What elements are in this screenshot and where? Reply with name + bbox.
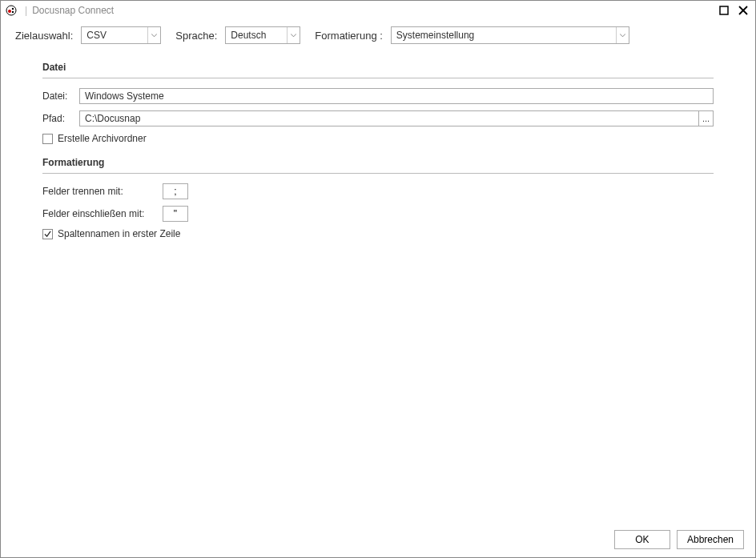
formatierung-combo[interactable]: Systemeinstellung — [391, 26, 629, 44]
sprache-label: Sprache: — [175, 30, 217, 42]
spaltennamen-checkbox[interactable] — [42, 229, 53, 239]
chevron-down-icon[interactable] — [147, 27, 160, 43]
formatierung-section: Formatierung Felder trennen mit: Felder … — [1, 149, 755, 239]
app-icon — [6, 5, 17, 16]
pfad-input[interactable] — [79, 110, 699, 126]
top-selector-row: Zielauswahl: CSV Sprache: Deutsch Format… — [1, 20, 755, 54]
close-button[interactable] — [736, 3, 750, 18]
svg-point-2 — [12, 8, 14, 10]
footer-buttons: OK Abbrechen — [614, 530, 744, 549]
chevron-down-icon[interactable] — [287, 27, 300, 43]
title-separator: | — [25, 5, 27, 16]
ok-button[interactable]: OK — [614, 530, 670, 549]
pfad-label: Pfad: — [42, 113, 79, 124]
datei-label: Datei: — [42, 90, 79, 102]
trennen-input[interactable] — [163, 183, 188, 199]
svg-point-0 — [6, 6, 16, 15]
formatierung-section-title: Formatierung — [42, 149, 714, 173]
formatierung-value: Systemeinstellung — [392, 27, 616, 43]
trennen-label: Felder trennen mit: — [42, 186, 163, 197]
zielauswahl-label: Zielauswahl: — [15, 30, 73, 42]
cancel-button[interactable]: Abbrechen — [677, 530, 744, 549]
zielauswahl-value: CSV — [82, 27, 147, 43]
spaltennamen-checkbox-label: Spaltennamen in erster Zeile — [58, 228, 180, 239]
browse-button[interactable]: ... — [699, 110, 714, 126]
titlebar: | Docusnap Connect — [1, 1, 755, 20]
datei-input[interactable] — [79, 88, 714, 104]
formatierung-label: Formatierung : — [315, 30, 383, 42]
archiv-checkbox-label: Erstelle Archivordner — [58, 133, 147, 144]
datei-section-title: Datei — [42, 54, 714, 78]
sprache-value: Deutsch — [226, 27, 287, 43]
svg-point-3 — [12, 11, 14, 13]
zielauswahl-combo[interactable]: CSV — [81, 26, 161, 44]
svg-rect-4 — [720, 6, 728, 14]
sprache-combo[interactable]: Deutsch — [225, 26, 300, 44]
einschliessen-input[interactable] — [163, 206, 188, 222]
svg-point-1 — [8, 10, 11, 13]
window-title: Docusnap Connect — [32, 5, 114, 16]
maximize-button[interactable] — [717, 3, 731, 18]
einschliessen-label: Felder einschließen mit: — [42, 208, 163, 219]
chevron-down-icon[interactable] — [616, 27, 629, 43]
datei-section: Datei Datei: Pfad: ... Erstelle Archivor… — [1, 54, 755, 144]
archiv-checkbox[interactable] — [42, 134, 53, 144]
